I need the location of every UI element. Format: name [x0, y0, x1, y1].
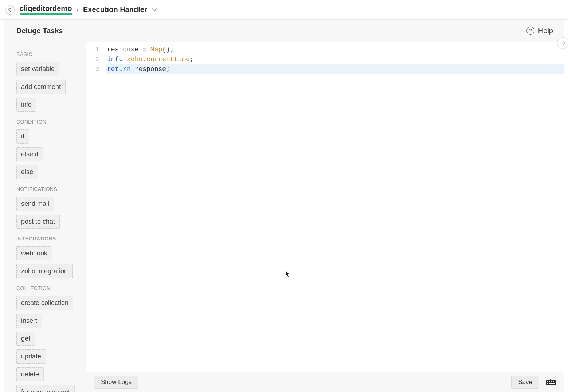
task-group-label: CONDITION	[4, 114, 86, 128]
breadcrumb-project[interactable]: cliqeditordemo	[20, 5, 72, 15]
task-item[interactable]: update	[16, 349, 46, 364]
code-content[interactable]: response = Map();info zoho.currenttime;r…	[104, 42, 564, 372]
footer-right-actions: Save	[511, 376, 556, 389]
main: BASICset variableadd commentinfoCONDITIO…	[4, 42, 564, 392]
breadcrumb-page: Execution Handler	[83, 5, 147, 14]
line-number: 1	[86, 45, 99, 55]
task-item[interactable]: else	[16, 165, 38, 179]
task-item[interactable]: send mail	[16, 197, 54, 211]
svg-rect-7	[553, 383, 555, 384]
breadcrumb: cliqeditordemo - Execution Handler	[20, 5, 157, 15]
show-logs-button[interactable]: Show Logs	[94, 376, 138, 389]
code-editor[interactable]: 123 response = Map();info zoho.currentti…	[86, 42, 564, 372]
task-item[interactable]: zoho integration	[16, 264, 73, 278]
task-item[interactable]: insert	[16, 314, 42, 328]
task-item[interactable]: else if	[16, 147, 43, 161]
expand-panel-button[interactable]	[557, 37, 568, 49]
task-item[interactable]: delete	[16, 367, 44, 381]
top-header: cliqeditordemo - Execution Handler	[0, 0, 568, 20]
tasks-strip: Deluge Tasks ? Help	[4, 20, 564, 42]
editor-footer: Show Logs Save	[86, 372, 564, 392]
svg-rect-3	[551, 381, 552, 382]
task-item[interactable]: create collection	[16, 296, 73, 310]
task-group-label: INTEGRATIONS	[4, 231, 86, 244]
task-item[interactable]: if	[16, 129, 29, 144]
tasks-title: Deluge Tasks	[16, 27, 63, 35]
svg-rect-0	[546, 380, 556, 385]
task-item[interactable]: get	[16, 332, 35, 346]
task-group-label: NOTIFICATIONS	[4, 181, 86, 195]
svg-rect-5	[547, 383, 548, 384]
code-line[interactable]: response = Map();	[106, 45, 564, 55]
line-gutter: 123	[86, 42, 104, 372]
task-item[interactable]: info	[16, 98, 36, 112]
task-item[interactable]: post to chat	[16, 215, 60, 229]
task-group-label: COLLECTION	[4, 280, 86, 294]
svg-rect-6	[549, 383, 553, 384]
breadcrumb-dropdown[interactable]	[152, 8, 157, 11]
breadcrumb-separator: -	[76, 5, 79, 14]
keyboard-shortcuts-button[interactable]	[546, 378, 556, 386]
code-line[interactable]: return response;	[106, 64, 564, 74]
arrow-right-icon	[560, 41, 565, 45]
editor-area: 123 response = Map();info zoho.currentti…	[86, 42, 564, 392]
keyboard-icon	[546, 379, 556, 386]
help-label: Help	[538, 27, 553, 35]
task-group-label: BASIC	[4, 48, 86, 60]
chevron-left-icon	[8, 7, 12, 12]
tasks-sidebar[interactable]: BASICset variableadd commentinfoCONDITIO…	[4, 42, 86, 392]
chevron-down-icon	[152, 8, 157, 11]
help-icon: ?	[526, 27, 534, 35]
save-button[interactable]: Save	[511, 376, 539, 389]
svg-rect-4	[553, 381, 554, 382]
task-item[interactable]: webhook	[16, 246, 52, 260]
back-button[interactable]	[5, 5, 15, 15]
code-line[interactable]: info zoho.currenttime;	[106, 55, 564, 64]
svg-rect-2	[549, 381, 550, 382]
line-number: 2	[86, 55, 99, 64]
task-item[interactable]: for each element	[16, 385, 75, 392]
task-item[interactable]: set variable	[16, 62, 59, 76]
help-button[interactable]: ? Help	[526, 27, 553, 35]
task-item[interactable]: add comment	[16, 80, 66, 94]
svg-rect-1	[547, 381, 548, 382]
line-number: 3	[86, 64, 99, 74]
